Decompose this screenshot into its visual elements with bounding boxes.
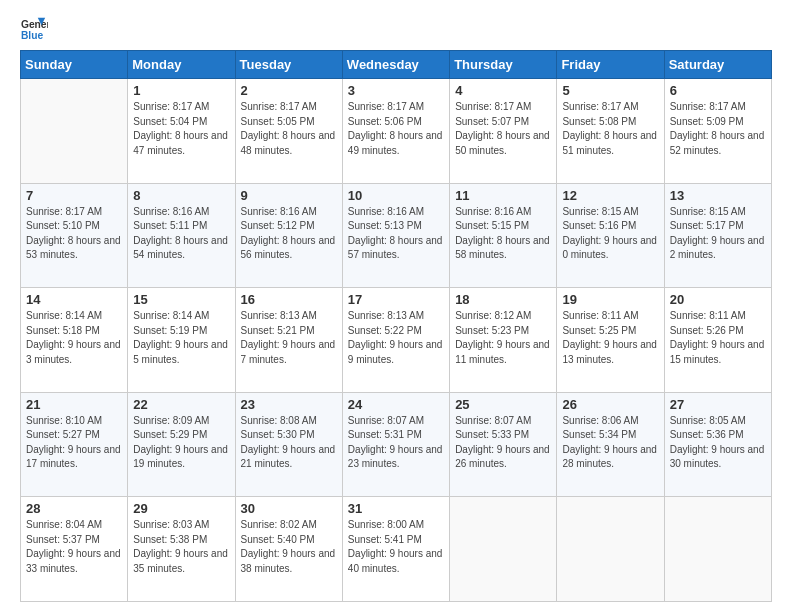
weekday-monday: Monday [128, 51, 235, 79]
day-cell: 23Sunrise: 8:08 AMSunset: 5:30 PMDayligh… [235, 392, 342, 497]
day-info: Sunrise: 8:17 AMSunset: 5:06 PMDaylight:… [348, 100, 444, 158]
day-cell: 15Sunrise: 8:14 AMSunset: 5:19 PMDayligh… [128, 288, 235, 393]
svg-text:General: General [21, 19, 48, 30]
day-cell [664, 497, 771, 602]
day-cell: 22Sunrise: 8:09 AMSunset: 5:29 PMDayligh… [128, 392, 235, 497]
day-info: Sunrise: 8:16 AMSunset: 5:15 PMDaylight:… [455, 205, 551, 263]
day-cell [450, 497, 557, 602]
day-info: Sunrise: 8:17 AMSunset: 5:07 PMDaylight:… [455, 100, 551, 158]
day-cell: 19Sunrise: 8:11 AMSunset: 5:25 PMDayligh… [557, 288, 664, 393]
day-number: 23 [241, 397, 337, 412]
day-number: 30 [241, 501, 337, 516]
day-cell: 6Sunrise: 8:17 AMSunset: 5:09 PMDaylight… [664, 79, 771, 184]
day-cell: 29Sunrise: 8:03 AMSunset: 5:38 PMDayligh… [128, 497, 235, 602]
day-cell: 18Sunrise: 8:12 AMSunset: 5:23 PMDayligh… [450, 288, 557, 393]
day-number: 4 [455, 83, 551, 98]
day-info: Sunrise: 8:14 AMSunset: 5:18 PMDaylight:… [26, 309, 122, 367]
calendar-table: SundayMondayTuesdayWednesdayThursdayFrid… [20, 50, 772, 602]
weekday-sunday: Sunday [21, 51, 128, 79]
weekday-tuesday: Tuesday [235, 51, 342, 79]
day-cell: 11Sunrise: 8:16 AMSunset: 5:15 PMDayligh… [450, 183, 557, 288]
day-number: 7 [26, 188, 122, 203]
day-number: 26 [562, 397, 658, 412]
day-cell: 7Sunrise: 8:17 AMSunset: 5:10 PMDaylight… [21, 183, 128, 288]
week-row-5: 28Sunrise: 8:04 AMSunset: 5:37 PMDayligh… [21, 497, 772, 602]
page: GeneralBlue SundayMondayTuesdayWednesday… [0, 0, 792, 612]
day-info: Sunrise: 8:16 AMSunset: 5:12 PMDaylight:… [241, 205, 337, 263]
week-row-1: 1Sunrise: 8:17 AMSunset: 5:04 PMDaylight… [21, 79, 772, 184]
day-number: 11 [455, 188, 551, 203]
day-number: 3 [348, 83, 444, 98]
day-info: Sunrise: 8:11 AMSunset: 5:26 PMDaylight:… [670, 309, 766, 367]
day-cell [21, 79, 128, 184]
day-info: Sunrise: 8:10 AMSunset: 5:27 PMDaylight:… [26, 414, 122, 472]
day-cell: 27Sunrise: 8:05 AMSunset: 5:36 PMDayligh… [664, 392, 771, 497]
day-number: 18 [455, 292, 551, 307]
day-number: 28 [26, 501, 122, 516]
day-number: 31 [348, 501, 444, 516]
day-info: Sunrise: 8:15 AMSunset: 5:17 PMDaylight:… [670, 205, 766, 263]
day-cell: 1Sunrise: 8:17 AMSunset: 5:04 PMDaylight… [128, 79, 235, 184]
day-number: 27 [670, 397, 766, 412]
day-number: 19 [562, 292, 658, 307]
day-info: Sunrise: 8:04 AMSunset: 5:37 PMDaylight:… [26, 518, 122, 576]
day-number: 16 [241, 292, 337, 307]
day-number: 14 [26, 292, 122, 307]
day-number: 29 [133, 501, 229, 516]
day-number: 24 [348, 397, 444, 412]
day-number: 6 [670, 83, 766, 98]
day-cell: 13Sunrise: 8:15 AMSunset: 5:17 PMDayligh… [664, 183, 771, 288]
weekday-friday: Friday [557, 51, 664, 79]
day-info: Sunrise: 8:17 AMSunset: 5:09 PMDaylight:… [670, 100, 766, 158]
day-cell: 12Sunrise: 8:15 AMSunset: 5:16 PMDayligh… [557, 183, 664, 288]
svg-text:Blue: Blue [21, 30, 44, 41]
day-number: 1 [133, 83, 229, 98]
day-number: 8 [133, 188, 229, 203]
day-number: 17 [348, 292, 444, 307]
day-cell: 8Sunrise: 8:16 AMSunset: 5:11 PMDaylight… [128, 183, 235, 288]
day-cell: 26Sunrise: 8:06 AMSunset: 5:34 PMDayligh… [557, 392, 664, 497]
day-info: Sunrise: 8:06 AMSunset: 5:34 PMDaylight:… [562, 414, 658, 472]
day-cell [557, 497, 664, 602]
day-number: 20 [670, 292, 766, 307]
day-number: 15 [133, 292, 229, 307]
day-info: Sunrise: 8:17 AMSunset: 5:10 PMDaylight:… [26, 205, 122, 263]
day-info: Sunrise: 8:02 AMSunset: 5:40 PMDaylight:… [241, 518, 337, 576]
weekday-header-row: SundayMondayTuesdayWednesdayThursdayFrid… [21, 51, 772, 79]
day-cell: 4Sunrise: 8:17 AMSunset: 5:07 PMDaylight… [450, 79, 557, 184]
day-info: Sunrise: 8:07 AMSunset: 5:31 PMDaylight:… [348, 414, 444, 472]
logo-icon: GeneralBlue [20, 16, 48, 44]
day-number: 13 [670, 188, 766, 203]
weekday-thursday: Thursday [450, 51, 557, 79]
day-number: 10 [348, 188, 444, 203]
day-info: Sunrise: 8:11 AMSunset: 5:25 PMDaylight:… [562, 309, 658, 367]
day-number: 9 [241, 188, 337, 203]
day-number: 22 [133, 397, 229, 412]
day-cell: 3Sunrise: 8:17 AMSunset: 5:06 PMDaylight… [342, 79, 449, 184]
day-info: Sunrise: 8:17 AMSunset: 5:05 PMDaylight:… [241, 100, 337, 158]
day-info: Sunrise: 8:16 AMSunset: 5:13 PMDaylight:… [348, 205, 444, 263]
day-cell: 16Sunrise: 8:13 AMSunset: 5:21 PMDayligh… [235, 288, 342, 393]
day-info: Sunrise: 8:16 AMSunset: 5:11 PMDaylight:… [133, 205, 229, 263]
day-number: 2 [241, 83, 337, 98]
header-row: GeneralBlue [20, 16, 772, 44]
day-info: Sunrise: 8:00 AMSunset: 5:41 PMDaylight:… [348, 518, 444, 576]
day-info: Sunrise: 8:07 AMSunset: 5:33 PMDaylight:… [455, 414, 551, 472]
day-info: Sunrise: 8:12 AMSunset: 5:23 PMDaylight:… [455, 309, 551, 367]
week-row-3: 14Sunrise: 8:14 AMSunset: 5:18 PMDayligh… [21, 288, 772, 393]
day-info: Sunrise: 8:13 AMSunset: 5:22 PMDaylight:… [348, 309, 444, 367]
day-cell: 10Sunrise: 8:16 AMSunset: 5:13 PMDayligh… [342, 183, 449, 288]
day-number: 25 [455, 397, 551, 412]
weekday-wednesday: Wednesday [342, 51, 449, 79]
day-info: Sunrise: 8:03 AMSunset: 5:38 PMDaylight:… [133, 518, 229, 576]
day-info: Sunrise: 8:09 AMSunset: 5:29 PMDaylight:… [133, 414, 229, 472]
day-number: 5 [562, 83, 658, 98]
day-info: Sunrise: 8:13 AMSunset: 5:21 PMDaylight:… [241, 309, 337, 367]
day-info: Sunrise: 8:14 AMSunset: 5:19 PMDaylight:… [133, 309, 229, 367]
day-cell: 25Sunrise: 8:07 AMSunset: 5:33 PMDayligh… [450, 392, 557, 497]
week-row-2: 7Sunrise: 8:17 AMSunset: 5:10 PMDaylight… [21, 183, 772, 288]
day-info: Sunrise: 8:15 AMSunset: 5:16 PMDaylight:… [562, 205, 658, 263]
day-cell: 31Sunrise: 8:00 AMSunset: 5:41 PMDayligh… [342, 497, 449, 602]
day-cell: 2Sunrise: 8:17 AMSunset: 5:05 PMDaylight… [235, 79, 342, 184]
day-cell: 5Sunrise: 8:17 AMSunset: 5:08 PMDaylight… [557, 79, 664, 184]
